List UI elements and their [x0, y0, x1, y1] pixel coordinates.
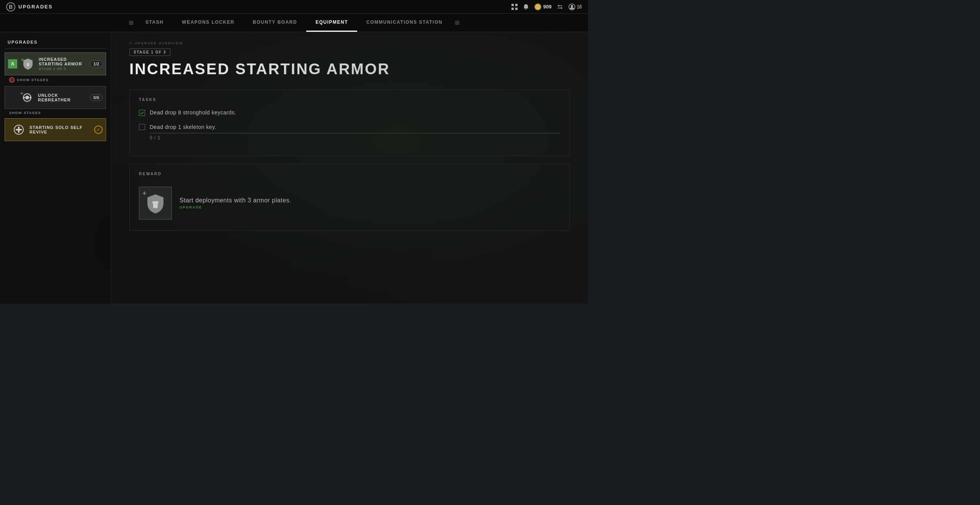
svg-rect-19: [152, 201, 158, 204]
task-content-2: Dead drop 1 skeleton key. 0 / 1: [150, 124, 560, 140]
top-bar-left: B UPGRADES: [6, 2, 53, 11]
svg-point-12: [25, 96, 29, 99]
upgrade-icon-armor: +: [20, 56, 36, 72]
level-value: 16: [577, 4, 582, 10]
reward-type-badge: UPGRADE: [180, 205, 291, 209]
upgrade-name-rebreather: UNLOCK REBREATHER: [38, 93, 87, 102]
main-content: UPGRADES A + INCREASED STARTING ARMOR ST…: [0, 32, 588, 304]
task-progress-bar-2: [150, 133, 560, 134]
x-icon: ✕: [9, 77, 15, 83]
reward-description: Start deployments with 3 armor plates.: [180, 197, 291, 204]
task-item-2: Dead drop 1 skeleton key. 0 / 1: [139, 124, 560, 140]
back-button[interactable]: B: [6, 2, 15, 11]
svg-rect-1: [515, 4, 518, 6]
currency-amount: 909: [543, 4, 552, 10]
page-wrapper: B UPGRADES $: [0, 0, 588, 304]
hide-stages-label: SHOW STAGES: [17, 78, 49, 82]
bell-icon-button[interactable]: [523, 4, 529, 10]
svg-point-9: [571, 5, 573, 7]
currency-icon: $: [534, 3, 541, 10]
upgrade-name-revive: STARTING SOLO SELF REVIVE: [29, 125, 91, 134]
sidebar: UPGRADES A + INCREASED STARTING ARMOR ST…: [0, 32, 111, 304]
upgrade-item-armor-main[interactable]: A + INCREASED STARTING ARMOR STAGE 1 OF …: [5, 52, 106, 75]
upgrade-letter-a: A: [8, 59, 17, 68]
upgrade-info-revive: STARTING SOLO SELF REVIVE: [29, 125, 91, 134]
upgrade-item-revive[interactable]: STARTING SOLO SELF REVIVE ✓: [5, 118, 106, 141]
hide-stages-button-armor[interactable]: ✕ SHOW STAGES: [5, 75, 106, 85]
content-panel: // UPGRADE OVERVIEW STAGE 1 OF 3 INCREAS…: [111, 32, 588, 304]
transfer-icon[interactable]: [557, 4, 563, 10]
show-stages-button-rebreather[interactable]: SHOW STAGES: [5, 109, 106, 117]
svg-rect-3: [515, 8, 518, 10]
task-item-1: Dead drop 8 stronghold keycards.: [139, 109, 560, 116]
sidebar-title: UPGRADES: [5, 38, 106, 49]
nav-tabs: ⬛ STASH WEAPONS LOCKER BOUNTY BOARD EQUI…: [0, 14, 588, 32]
nav-right-icon: ⬛: [452, 21, 462, 25]
detail-title: INCREASED STARTING ARMOR: [129, 60, 570, 77]
completed-check-icon: ✓: [94, 125, 103, 134]
upgrade-item-rebreather-main[interactable]: + UNLOCK REBREATHER 0/6: [5, 86, 106, 109]
tab-equipment[interactable]: EQUIPMENT: [306, 14, 357, 32]
breadcrumb: // UPGRADE OVERVIEW: [129, 41, 570, 45]
task-progress-2: 0 / 1: [150, 133, 560, 140]
svg-rect-10: [27, 63, 29, 66]
tab-stash[interactable]: STASH: [136, 14, 173, 32]
upgrade-info-armor: INCREASED STARTING ARMOR STAGE 1 OF 3: [39, 57, 87, 71]
task-count-2: 0 / 1: [150, 135, 560, 140]
grid-icon-button[interactable]: [511, 4, 518, 10]
svg-rect-18: [153, 203, 158, 208]
upgrade-stage-armor: STAGE 1 OF 3: [39, 67, 87, 71]
tab-communications-station[interactable]: COMMUNICATIONS STATION: [357, 14, 452, 32]
svg-marker-6: [558, 5, 559, 7]
tasks-header: TASKS: [139, 98, 560, 102]
upgrade-icon-revive: [11, 122, 26, 137]
reward-card: REWARD + Start deployments with 3 armor …: [129, 164, 570, 231]
page-title: UPGRADES: [18, 4, 53, 10]
nav-left-icon: ⬛: [126, 21, 136, 25]
upgrade-item-revive-main[interactable]: STARTING SOLO SELF REVIVE ✓: [5, 118, 106, 141]
tab-weapons-locker[interactable]: WEAPONS LOCKER: [173, 14, 243, 32]
stage-label: STAGE 1 OF 3: [129, 49, 170, 56]
svg-rect-0: [511, 4, 514, 6]
tab-bounty-board[interactable]: BOUNTY BOARD: [243, 14, 306, 32]
upgrade-info-rebreather: UNLOCK REBREATHER: [38, 93, 87, 102]
tasks-card: TASKS Dead drop 8 stronghold keycards. D…: [129, 90, 570, 156]
reward-item: + Start deployments with 3 armor plates.…: [139, 184, 560, 223]
reward-plus-icon: +: [142, 189, 147, 197]
show-stages-label-rebreather: SHOW STAGES: [9, 111, 41, 115]
top-bar: B UPGRADES $: [0, 0, 588, 14]
task-check-2: [139, 124, 145, 130]
task-text-2: Dead drop 1 skeleton key.: [150, 124, 216, 130]
upgrade-icon-rebreather: +: [20, 90, 35, 105]
upgrade-name-armor: INCREASED STARTING ARMOR: [39, 57, 87, 66]
svg-text:$: $: [537, 6, 539, 9]
upgrade-item-armor[interactable]: A + INCREASED STARTING ARMOR STAGE 1 OF …: [5, 52, 106, 85]
upgrade-item-rebreather[interactable]: + UNLOCK REBREATHER 0/6 SHOW ST: [5, 86, 106, 117]
svg-rect-2: [511, 8, 514, 10]
player-level: 16: [568, 3, 582, 10]
reward-info: Start deployments with 3 armor plates. U…: [180, 197, 291, 209]
currency-display: $ 909: [534, 3, 552, 10]
upgrade-count-rebreather: 0/6: [90, 94, 103, 101]
top-bar-right: $ 909 16: [511, 3, 582, 10]
svg-rect-13: [23, 97, 25, 98]
reward-header: REWARD: [139, 172, 560, 176]
reward-icon-box: +: [139, 187, 172, 220]
svg-rect-17: [16, 129, 22, 130]
task-check-1: [139, 110, 145, 116]
task-text-1: Dead drop 8 stronghold keycards.: [150, 109, 560, 116]
svg-rect-14: [29, 97, 31, 98]
upgrade-count-armor: 1/2: [90, 60, 103, 67]
svg-marker-7: [561, 7, 562, 9]
